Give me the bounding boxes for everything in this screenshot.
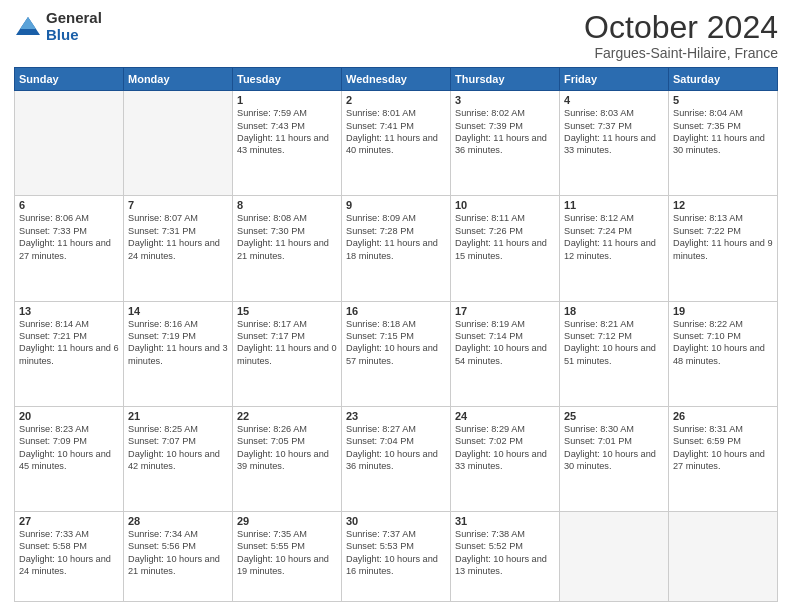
calendar-cell [124,91,233,196]
day-info: Sunrise: 8:01 AMSunset: 7:41 PMDaylight:… [346,107,446,157]
calendar-cell [560,511,669,601]
day-number: 15 [237,305,337,317]
calendar-cell: 12Sunrise: 8:13 AMSunset: 7:22 PMDayligh… [669,196,778,301]
calendar-cell: 6Sunrise: 8:06 AMSunset: 7:33 PMDaylight… [15,196,124,301]
day-info: Sunrise: 7:34 AMSunset: 5:56 PMDaylight:… [128,528,228,578]
title-block: October 2024 Fargues-Saint-Hilaire, Fran… [584,10,778,61]
calendar-cell: 8Sunrise: 8:08 AMSunset: 7:30 PMDaylight… [233,196,342,301]
day-number: 21 [128,410,228,422]
day-info: Sunrise: 8:29 AMSunset: 7:02 PMDaylight:… [455,423,555,473]
day-number: 19 [673,305,773,317]
calendar-cell: 18Sunrise: 8:21 AMSunset: 7:12 PMDayligh… [560,301,669,406]
day-number: 23 [346,410,446,422]
logo-text: General Blue [46,10,102,43]
day-info: Sunrise: 8:30 AMSunset: 7:01 PMDaylight:… [564,423,664,473]
day-info: Sunrise: 8:11 AMSunset: 7:26 PMDaylight:… [455,212,555,262]
day-info: Sunrise: 8:23 AMSunset: 7:09 PMDaylight:… [19,423,119,473]
day-number: 31 [455,515,555,527]
day-info: Sunrise: 7:37 AMSunset: 5:53 PMDaylight:… [346,528,446,578]
calendar-day-header: Monday [124,68,233,91]
calendar-cell [669,511,778,601]
calendar-cell: 24Sunrise: 8:29 AMSunset: 7:02 PMDayligh… [451,406,560,511]
calendar-week-row: 20Sunrise: 8:23 AMSunset: 7:09 PMDayligh… [15,406,778,511]
logo: General Blue [14,10,102,43]
day-number: 4 [564,94,664,106]
calendar-week-row: 13Sunrise: 8:14 AMSunset: 7:21 PMDayligh… [15,301,778,406]
day-number: 17 [455,305,555,317]
calendar-cell: 15Sunrise: 8:17 AMSunset: 7:17 PMDayligh… [233,301,342,406]
calendar-cell: 17Sunrise: 8:19 AMSunset: 7:14 PMDayligh… [451,301,560,406]
day-info: Sunrise: 7:59 AMSunset: 7:43 PMDaylight:… [237,107,337,157]
day-info: Sunrise: 8:02 AMSunset: 7:39 PMDaylight:… [455,107,555,157]
day-info: Sunrise: 8:19 AMSunset: 7:14 PMDaylight:… [455,318,555,368]
day-info: Sunrise: 8:07 AMSunset: 7:31 PMDaylight:… [128,212,228,262]
day-number: 28 [128,515,228,527]
day-info: Sunrise: 8:16 AMSunset: 7:19 PMDaylight:… [128,318,228,368]
day-number: 14 [128,305,228,317]
day-info: Sunrise: 8:27 AMSunset: 7:04 PMDaylight:… [346,423,446,473]
calendar-day-header: Tuesday [233,68,342,91]
day-number: 24 [455,410,555,422]
calendar-cell: 19Sunrise: 8:22 AMSunset: 7:10 PMDayligh… [669,301,778,406]
calendar-cell: 26Sunrise: 8:31 AMSunset: 6:59 PMDayligh… [669,406,778,511]
day-info: Sunrise: 8:06 AMSunset: 7:33 PMDaylight:… [19,212,119,262]
day-info: Sunrise: 8:08 AMSunset: 7:30 PMDaylight:… [237,212,337,262]
day-info: Sunrise: 8:18 AMSunset: 7:15 PMDaylight:… [346,318,446,368]
calendar-day-header: Friday [560,68,669,91]
day-info: Sunrise: 8:21 AMSunset: 7:12 PMDaylight:… [564,318,664,368]
calendar-cell: 27Sunrise: 7:33 AMSunset: 5:58 PMDayligh… [15,511,124,601]
day-info: Sunrise: 8:22 AMSunset: 7:10 PMDaylight:… [673,318,773,368]
day-info: Sunrise: 8:14 AMSunset: 7:21 PMDaylight:… [19,318,119,368]
calendar-cell: 30Sunrise: 7:37 AMSunset: 5:53 PMDayligh… [342,511,451,601]
calendar-cell: 31Sunrise: 7:38 AMSunset: 5:52 PMDayligh… [451,511,560,601]
day-info: Sunrise: 7:35 AMSunset: 5:55 PMDaylight:… [237,528,337,578]
page: General Blue October 2024 Fargues-Saint-… [0,0,792,612]
calendar-cell: 16Sunrise: 8:18 AMSunset: 7:15 PMDayligh… [342,301,451,406]
logo-blue: Blue [46,27,102,44]
calendar-cell: 13Sunrise: 8:14 AMSunset: 7:21 PMDayligh… [15,301,124,406]
day-info: Sunrise: 8:12 AMSunset: 7:24 PMDaylight:… [564,212,664,262]
day-number: 2 [346,94,446,106]
day-number: 30 [346,515,446,527]
day-number: 16 [346,305,446,317]
calendar-cell: 29Sunrise: 7:35 AMSunset: 5:55 PMDayligh… [233,511,342,601]
logo-icon [14,13,42,41]
day-number: 20 [19,410,119,422]
day-info: Sunrise: 8:09 AMSunset: 7:28 PMDaylight:… [346,212,446,262]
svg-marker-1 [20,17,36,29]
day-number: 7 [128,199,228,211]
day-number: 25 [564,410,664,422]
day-number: 26 [673,410,773,422]
day-number: 27 [19,515,119,527]
day-info: Sunrise: 8:17 AMSunset: 7:17 PMDaylight:… [237,318,337,368]
calendar-cell: 25Sunrise: 8:30 AMSunset: 7:01 PMDayligh… [560,406,669,511]
day-info: Sunrise: 7:38 AMSunset: 5:52 PMDaylight:… [455,528,555,578]
calendar-header-row: SundayMondayTuesdayWednesdayThursdayFrid… [15,68,778,91]
day-info: Sunrise: 8:31 AMSunset: 6:59 PMDaylight:… [673,423,773,473]
day-number: 29 [237,515,337,527]
day-number: 9 [346,199,446,211]
calendar-day-header: Wednesday [342,68,451,91]
day-info: Sunrise: 7:33 AMSunset: 5:58 PMDaylight:… [19,528,119,578]
calendar-cell: 7Sunrise: 8:07 AMSunset: 7:31 PMDaylight… [124,196,233,301]
day-number: 18 [564,305,664,317]
day-number: 12 [673,199,773,211]
location: Fargues-Saint-Hilaire, France [584,45,778,61]
calendar-cell: 10Sunrise: 8:11 AMSunset: 7:26 PMDayligh… [451,196,560,301]
logo-general: General [46,10,102,27]
calendar-cell: 9Sunrise: 8:09 AMSunset: 7:28 PMDaylight… [342,196,451,301]
calendar-cell: 23Sunrise: 8:27 AMSunset: 7:04 PMDayligh… [342,406,451,511]
day-number: 5 [673,94,773,106]
calendar-cell: 22Sunrise: 8:26 AMSunset: 7:05 PMDayligh… [233,406,342,511]
header: General Blue October 2024 Fargues-Saint-… [14,10,778,61]
day-number: 1 [237,94,337,106]
day-info: Sunrise: 8:04 AMSunset: 7:35 PMDaylight:… [673,107,773,157]
calendar-week-row: 1Sunrise: 7:59 AMSunset: 7:43 PMDaylight… [15,91,778,196]
month-title: October 2024 [584,10,778,45]
day-info: Sunrise: 8:03 AMSunset: 7:37 PMDaylight:… [564,107,664,157]
calendar-day-header: Sunday [15,68,124,91]
calendar-week-row: 27Sunrise: 7:33 AMSunset: 5:58 PMDayligh… [15,511,778,601]
calendar-cell: 28Sunrise: 7:34 AMSunset: 5:56 PMDayligh… [124,511,233,601]
day-number: 8 [237,199,337,211]
day-info: Sunrise: 8:26 AMSunset: 7:05 PMDaylight:… [237,423,337,473]
